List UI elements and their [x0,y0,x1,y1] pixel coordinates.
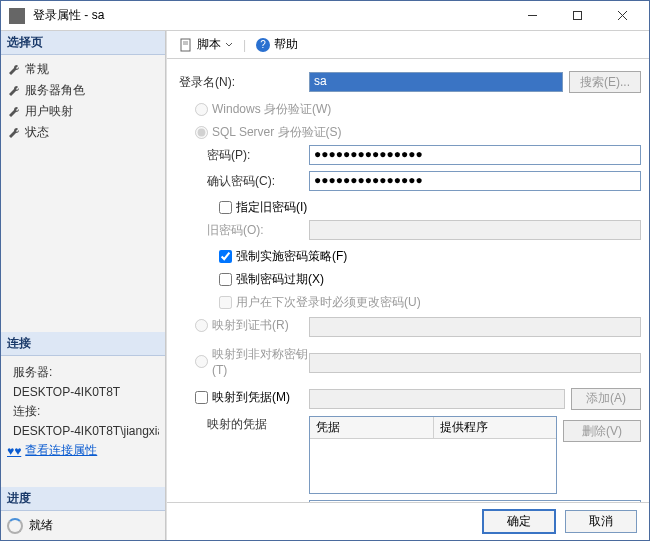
window-controls [510,1,645,30]
toolbar: 脚本 | ? 帮助 [167,31,649,59]
map-to-cert-radio: 映射到证书(R) [179,315,309,336]
progress-status: 就绪 [29,517,53,534]
login-name-label: 登录名(N): [179,74,309,91]
enforce-policy-checkbox[interactable]: 强制实施密码策略(F) [179,246,641,267]
svg-rect-1 [574,12,582,20]
specify-old-password-checkbox[interactable]: 指定旧密码(I) [179,197,641,218]
help-icon: ? [256,38,270,52]
form-content: 登录名(N): sa 搜索(E)... Windows 身份验证(W) SQL … [167,59,649,502]
script-icon [179,38,193,52]
sql-auth-radio: SQL Server 身份验证(S) [179,122,641,143]
password-input[interactable]: ●●●●●●●●●●●●●●● [309,145,641,165]
link-icon: ♥♥ [7,444,21,458]
map-to-asym-radio: 映射到非对称密钥(T) [179,344,309,379]
title-bar: 登录属性 - sa [1,1,649,31]
wrench-icon [7,84,21,98]
script-button[interactable]: 脚本 [175,34,237,55]
progress-spinner-icon [7,518,23,534]
cancel-button[interactable]: 取消 [565,510,637,533]
delete-button: 删除(V) [563,420,641,442]
dialog-footer: 确定 取消 [167,502,649,540]
login-name-input[interactable]: sa [309,72,563,92]
must-change-password-checkbox: 用户在下次登录时必须更改密码(U) [179,292,641,313]
select-page-header: 选择页 [1,31,165,55]
page-status[interactable]: 状态 [5,122,161,143]
help-button[interactable]: ? 帮助 [252,34,302,55]
wrench-icon [7,105,21,119]
connection-header: 连接 [1,332,165,356]
old-password-input [309,220,641,240]
wrench-icon [7,126,21,140]
sidebar: 选择页 常规 服务器角色 用户映射 状态 连接 服务器: DESKTOP-4IK… [1,31,166,540]
server-value: DESKTOP-4IK0T8T [7,383,159,401]
connection-value: DESKTOP-4IK0T8T\jiangxiaoju [7,422,159,440]
svg-rect-4 [181,39,190,51]
page-general[interactable]: 常规 [5,59,161,80]
main-panel: 脚本 | ? 帮助 登录名(N): sa 搜索(E)... Windows 身份… [166,31,649,540]
window-title: 登录属性 - sa [29,7,510,24]
maximize-button[interactable] [555,1,600,30]
connection-label: 连接: [7,401,159,422]
default-db-dropdown[interactable]: master [309,500,641,502]
progress-header: 进度 [1,487,165,511]
add-button: 添加(A) [571,388,641,410]
windows-auth-radio: Windows 身份验证(W) [179,99,641,120]
credentials-listbox[interactable]: 凭据提供程序 [309,416,557,494]
map-to-cred-checkbox[interactable]: 映射到凭据(M) [179,387,309,408]
cred-col-credential: 凭据 [310,417,434,438]
page-user-mapping[interactable]: 用户映射 [5,101,161,122]
minimize-button[interactable] [510,1,555,30]
cred-col-provider: 提供程序 [434,417,557,438]
cert-dropdown [309,317,641,337]
wrench-icon [7,63,21,77]
dialog-window: 登录属性 - sa 选择页 常规 服务器角色 用户映射 状态 连接 服务 [0,0,650,541]
search-button: 搜索(E)... [569,71,641,93]
server-label: 服务器: [7,362,159,383]
close-button[interactable] [600,1,645,30]
enforce-expiration-checkbox[interactable]: 强制密码过期(X) [179,269,641,290]
password-label: 密码(P): [179,147,309,164]
confirm-password-label: 确认密码(C): [179,173,309,190]
app-icon [9,8,25,24]
asym-dropdown [309,353,641,373]
chevron-down-icon [225,41,233,49]
ok-button[interactable]: 确定 [483,510,555,533]
page-server-roles[interactable]: 服务器角色 [5,80,161,101]
view-connection-props-link[interactable]: ♥♥查看连接属性 [7,440,159,461]
mapped-credentials-label: 映射的凭据 [179,416,309,433]
confirm-password-input[interactable]: ●●●●●●●●●●●●●●● [309,171,641,191]
cred-dropdown [309,389,565,409]
old-password-label: 旧密码(O): [179,222,309,239]
